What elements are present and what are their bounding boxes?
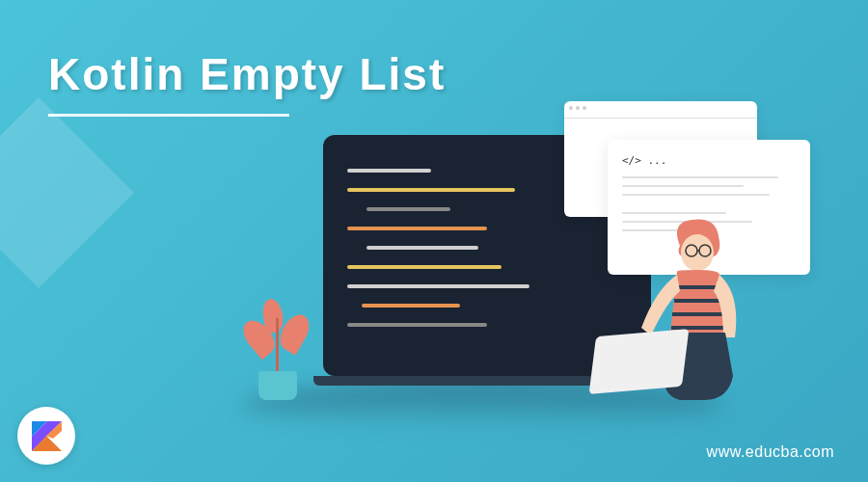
title-underline (48, 114, 289, 117)
window-dot (576, 106, 580, 110)
page-title: Kotlin Empty List (48, 48, 446, 100)
window-dot (583, 106, 586, 110)
hero-banner: Kotlin Empty List </> ... (0, 0, 868, 482)
popup-line (622, 176, 778, 178)
person-illustration (627, 212, 772, 405)
popup-titlebar (564, 101, 757, 119)
code-line (347, 188, 515, 192)
code-line (366, 207, 450, 211)
kotlin-logo-icon (30, 419, 64, 453)
code-line (347, 323, 487, 327)
stem (276, 318, 279, 371)
plant-illustration (258, 371, 297, 400)
popup-line (622, 185, 744, 187)
person-laptop (589, 329, 690, 394)
code-line (347, 265, 502, 269)
code-line (366, 246, 478, 250)
window-dot (569, 106, 573, 110)
plant-pot (258, 371, 297, 400)
watermark-text: www.educba.com (707, 443, 834, 461)
code-line (347, 169, 431, 173)
decorative-shape (0, 97, 134, 288)
popup-line (622, 194, 770, 196)
code-line (347, 227, 487, 230)
code-line (347, 284, 529, 288)
code-line (362, 304, 460, 308)
logo-badge (17, 407, 75, 465)
code-tag-label: </> ... (622, 154, 796, 167)
